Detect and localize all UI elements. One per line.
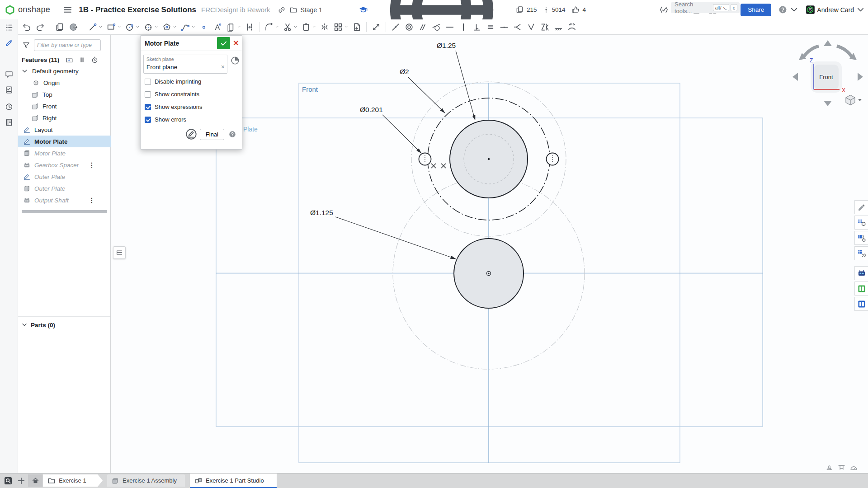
feature-row-top[interactable]: Top — [18, 89, 111, 100]
horizontal-constraint[interactable] — [444, 21, 456, 33]
workspace-group[interactable]: Stage 1 — [278, 6, 322, 14]
tab-exercise-1-assembly[interactable]: Exercise 1 Assembly — [107, 474, 185, 487]
parallel-constraint[interactable] — [417, 21, 429, 33]
normal-constraint[interactable] — [525, 21, 537, 33]
bom-table-tab[interactable] — [854, 216, 868, 230]
perpendicular-constraint[interactable] — [471, 21, 483, 33]
polygon-tool[interactable] — [161, 21, 178, 33]
dimension-shaft[interactable]: Ø1.125 — [310, 209, 333, 216]
share-button[interactable]: Share — [741, 4, 771, 16]
point-marker-x2[interactable] — [441, 164, 446, 168]
mirror-tool[interactable] — [319, 21, 330, 33]
featurescript-check-icon[interactable] — [659, 5, 669, 14]
rotate-left-arrow[interactable] — [793, 73, 798, 81]
feature-row-front[interactable]: Front — [18, 100, 111, 112]
chevron-down-icon[interactable] — [154, 25, 158, 29]
comments-panel-icon[interactable] — [5, 70, 14, 79]
tab-exercise-1-part-studio[interactable]: Exercise 1 Part Studio — [190, 474, 277, 488]
filter-input[interactable] — [34, 39, 101, 51]
filter-icon[interactable] — [22, 41, 30, 49]
link-icon[interactable] — [278, 6, 286, 14]
caliper-measure-icon[interactable] — [837, 463, 846, 472]
blue-notebook-tab[interactable] — [854, 297, 868, 311]
help-icon[interactable] — [228, 130, 236, 138]
accept-button[interactable] — [217, 37, 230, 49]
trim-tool[interactable] — [282, 21, 298, 33]
dimension-hole[interactable]: Ø0.201 — [360, 106, 383, 113]
symmetric-constraint[interactable] — [512, 21, 524, 33]
feature-row-motor-plate-sketch[interactable]: Motor Plate — [18, 136, 111, 147]
cancel-button[interactable]: ✕ — [230, 37, 242, 49]
likes-stat[interactable]: 4 — [571, 5, 586, 14]
notebook-panel-icon[interactable] — [5, 118, 14, 127]
feature-row-gearbox-spacer[interactable]: Gearbox Spacer ⋮ — [18, 159, 111, 171]
midpoint-constraint[interactable] — [498, 21, 510, 33]
spline-tool[interactable] — [179, 21, 196, 33]
chevron-down-icon[interactable] — [237, 25, 241, 29]
top-center-point[interactable] — [488, 158, 490, 160]
new-folder-icon[interactable] — [66, 56, 73, 64]
new-tab-button[interactable] — [17, 477, 25, 485]
featurescript-tab[interactable] — [854, 266, 868, 280]
feature-row-origin[interactable]: Origin — [18, 77, 111, 89]
option-row[interactable]: Show errors — [145, 116, 239, 123]
rollback-history-icon[interactable] — [91, 56, 99, 64]
origin-point[interactable] — [488, 272, 489, 274]
coincident-constraint[interactable] — [390, 21, 401, 33]
tangent-constraint[interactable] — [430, 21, 442, 33]
equal-constraint[interactable] — [485, 21, 496, 33]
checkbox[interactable] — [145, 91, 151, 98]
clear-selection-icon[interactable]: × — [221, 63, 225, 70]
green-notebook-tab[interactable] — [854, 282, 868, 296]
rotate-cw-arrow[interactable] — [837, 46, 852, 57]
chevron-down-icon[interactable] — [99, 25, 103, 29]
suppress-icon[interactable] — [78, 56, 86, 64]
checkbox[interactable] — [145, 117, 151, 123]
outline-panel-icon[interactable] — [5, 23, 14, 32]
chevron-down-icon[interactable] — [275, 25, 279, 29]
search-tabs-icon[interactable] — [4, 476, 13, 485]
concentric-constraint[interactable] — [403, 21, 415, 33]
home-tab[interactable] — [28, 474, 42, 487]
versions-panel-icon[interactable] — [5, 102, 14, 111]
chevron-down-icon[interactable] — [293, 25, 297, 29]
circle-tool[interactable] — [124, 21, 141, 33]
sketch-plane-field[interactable]: Sketch plane Front plane × — [143, 55, 227, 74]
appearance-tab[interactable] — [854, 200, 868, 214]
flyout-toggle-button[interactable] — [113, 246, 126, 259]
mass-properties-icon[interactable] — [825, 463, 834, 472]
option-row[interactable]: Show expressions — [145, 103, 239, 110]
vertical-constraint[interactable] — [458, 21, 469, 33]
undo-button[interactable] — [21, 21, 33, 33]
configurations-tab[interactable] — [854, 231, 868, 245]
variables-tab[interactable] — [854, 246, 868, 260]
construction-toggle[interactable] — [370, 21, 382, 33]
document-menu-icon[interactable] — [63, 5, 72, 14]
rotate-up-arrow[interactable] — [824, 40, 832, 46]
rectangle-tool[interactable] — [105, 21, 122, 33]
centerpoint-circle-tool[interactable] — [142, 21, 159, 33]
export-dxf-button[interactable] — [351, 21, 363, 33]
feature-row-outer-plate-sketch[interactable]: Outer Plate — [18, 171, 111, 183]
rotate-down-arrow[interactable] — [824, 101, 832, 106]
pattern-tool[interactable] — [332, 21, 349, 33]
feature-row-outer-plate-extrude[interactable]: Outer Plate — [18, 183, 111, 194]
insert-panel-icon[interactable] — [5, 38, 14, 47]
pierce-constraint[interactable] — [566, 21, 578, 33]
point-marker-x1[interactable] — [431, 164, 436, 168]
search-tools-input[interactable]: Search tools... alt/⌥ c — [671, 2, 740, 13]
transform-tool[interactable] — [300, 21, 317, 33]
curve-pattern-constraint[interactable] — [539, 21, 551, 33]
dimension-bolt-circle[interactable]: Ø2 — [400, 68, 409, 75]
feature-dots-icon[interactable]: ⋮ — [89, 197, 94, 204]
chevron-down-icon[interactable] — [191, 25, 195, 29]
isometric-view-button[interactable] — [846, 95, 862, 105]
paste-sketch-button[interactable] — [54, 21, 66, 33]
view-cube[interactable]: Front Z X — [788, 38, 868, 111]
feature-row-output-shaft[interactable]: Output Shaft ⋮ — [18, 194, 111, 206]
final-button[interactable]: Final — [200, 129, 224, 140]
help-menu[interactable] — [778, 5, 799, 14]
copies-stat[interactable]: 215 — [515, 5, 537, 14]
insert-image-button[interactable] — [67, 21, 79, 33]
preview-pie-icon[interactable] — [230, 56, 240, 66]
